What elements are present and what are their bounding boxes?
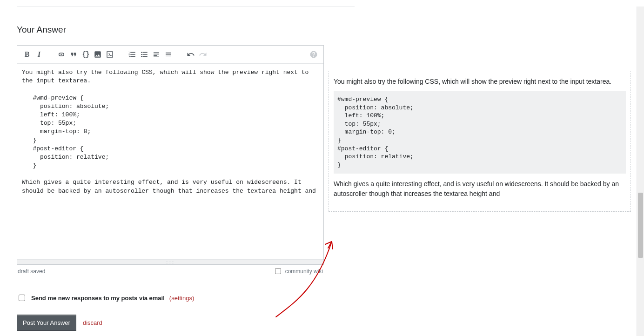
undo-button[interactable] [185,48,197,60]
redo-button[interactable] [197,48,209,60]
email-notify-checkbox[interactable] [19,295,25,301]
italic-button[interactable]: I [33,48,45,60]
editor-status-row: draft saved community wiki [17,265,324,276]
email-notify-settings-link[interactable]: (settings) [169,295,194,302]
community-wiki-option[interactable]: community wiki [273,267,323,276]
answer-textarea[interactable] [17,64,323,259]
draft-saved-label: draft saved [18,268,45,275]
editor-toolbar: B I {} [17,46,323,64]
your-answer-heading: Your Answer [17,25,627,35]
bullet-list-button[interactable] [138,48,150,60]
email-notify-label: Send me new responses to my posts via em… [31,295,165,302]
post-editor: B I {} [17,45,324,276]
preview-paragraph: Which gives a quite interesting effect, … [334,179,626,198]
snippet-button[interactable] [104,48,116,60]
help-button[interactable] [308,48,320,60]
bold-button[interactable]: B [21,48,33,60]
post-answer-button[interactable]: Post Your Answer [17,315,76,331]
hr-button[interactable] [162,48,174,60]
discard-link[interactable]: discard [83,319,102,326]
scrollbar-thumb[interactable] [638,193,643,258]
preview-paragraph: You might also try the following CSS, wh… [334,77,626,86]
submit-row: Post Your Answer discard [17,315,627,331]
community-wiki-label: community wiki [285,268,323,275]
community-wiki-checkbox[interactable] [275,268,281,274]
browser-scrollbar[interactable] [637,7,644,336]
preview-pane: You might also try the following CSS, wh… [329,71,631,212]
divider [17,7,355,7]
link-button[interactable] [55,48,67,60]
email-notify-row: Send me new responses to my posts via em… [17,293,627,302]
preview-codeblock: #wmd-preview { position: absolute; left:… [334,91,626,174]
resize-grippie[interactable]: :::::: [17,259,323,264]
numbered-list-button[interactable] [126,48,138,60]
code-button[interactable]: {} [80,48,92,60]
blockquote-button[interactable] [67,48,80,60]
editor-container: B I {} [17,45,324,265]
image-button[interactable] [92,48,104,60]
heading-button[interactable] [150,48,162,60]
